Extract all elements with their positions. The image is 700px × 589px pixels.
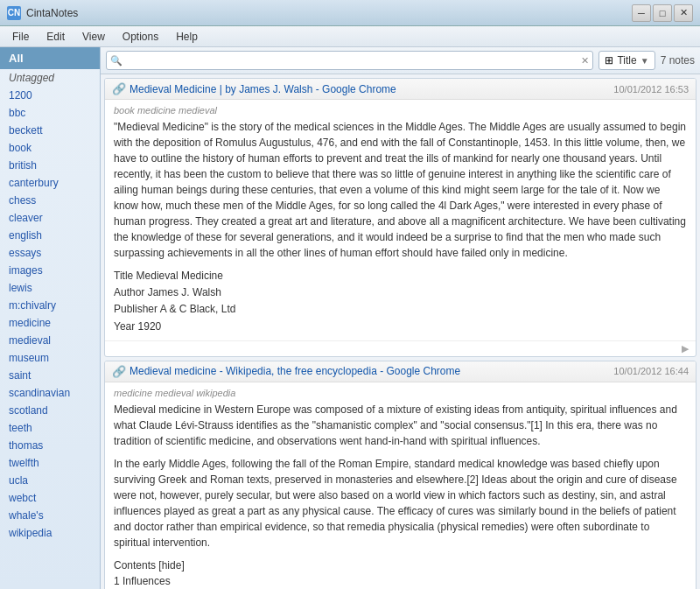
app-icon: CN [7,6,21,20]
sidebar-item-1200[interactable]: 1200 [0,87,100,104]
note-expand-icon-1[interactable]: ▶ [682,343,689,354]
note-title-2[interactable]: Medieval medicine - Wikipedia, the free … [130,365,460,377]
sidebar-item-canterbury[interactable]: canterbury [0,174,100,192]
note-date-2: 10/01/2012 16:44 [613,366,689,376]
sidebar-item-british[interactable]: british [0,157,100,174]
sidebar: All Untagged 1200 bbc beckett book briti… [0,47,101,589]
sidebar-item-cleaver[interactable]: cleaver [0,209,100,227]
sidebar-item-wikipedia[interactable]: wikipedia [0,524,100,542]
sidebar-item-medicine[interactable]: medicine [0,314,100,332]
note-text-1: "Medieval Medicine" is the story of the … [114,119,687,261]
note-header-2: 🔗 Medieval medicine - Wikipedia, the fre… [105,361,696,382]
close-button[interactable]: ✕ [674,4,693,22]
search-input[interactable] [125,54,581,67]
sidebar-item-beckett[interactable]: beckett [0,122,100,139]
note-tags-2: medicine medieval wikipedia [114,388,687,398]
note-icon-2: 🔗 [112,365,126,378]
note-text2-p1: Medieval medicine in Western Europe was … [114,402,687,449]
minimize-button[interactable]: ─ [632,4,651,22]
note-text2-p2: In the early Middle Ages, following the … [114,456,687,550]
window-title: CintaNotes [26,7,78,19]
sidebar-item-twelfth[interactable]: twelfth [0,454,100,472]
sort-arrow-icon: ▼ [640,56,649,66]
sidebar-item-bbc[interactable]: bbc [0,104,100,122]
menu-view[interactable]: View [74,28,114,46]
sidebar-item-medieval[interactable]: medieval [0,332,100,349]
search-icon: 🔍 [110,55,122,67]
sort-label: Title [617,54,636,67]
sidebar-item-ucla[interactable]: ucla [0,472,100,489]
note-card-1: 🔗 Medieval Medicine | by James J. Walsh … [104,78,696,357]
menu-bar: File Edit View Options Help [0,26,700,47]
note-card-2: 🔗 Medieval medicine - Wikipedia, the fre… [104,361,696,589]
note-footer-1: ▶ [105,340,696,356]
sidebar-item-scandinavian[interactable]: scandinavian [0,384,100,402]
menu-help[interactable]: Help [167,28,206,46]
sidebar-item-images[interactable]: images [0,262,100,279]
search-clear-icon[interactable]: ✕ [581,55,589,67]
sidebar-item-museum[interactable]: museum [0,349,100,367]
sort-icon: ⊞ [605,54,613,67]
sidebar-item-teeth[interactable]: teeth [0,419,100,437]
notes-count: 7 notes [661,54,695,67]
sidebar-item-essays[interactable]: essays [0,244,100,262]
main-layout: All Untagged 1200 bbc beckett book briti… [0,47,700,589]
sidebar-item-mchivalry[interactable]: m:chivalry [0,297,100,314]
note-date-1: 10/01/2012 16:53 [613,84,689,95]
window-controls: ─ □ ✕ [632,4,693,22]
note-body-2: medicine medieval wikipedia Medieval med… [105,382,696,589]
sidebar-item-book[interactable]: book [0,139,100,157]
note-title-1[interactable]: Medieval Medicine | by James J. Walsh - … [130,83,396,95]
note-header-1: 🔗 Medieval Medicine | by James J. Walsh … [105,79,696,100]
sidebar-item-saint[interactable]: saint [0,367,100,384]
sidebar-item-chess[interactable]: chess [0,192,100,209]
menu-file[interactable]: File [4,28,38,46]
sidebar-all[interactable]: All [0,47,100,69]
note-text2-contents: Contents [hide] 1 Influences 2 The medie… [114,557,687,589]
note-icon-1: 🔗 [112,82,126,95]
title-bar: CN CintaNotes ─ □ ✕ [0,0,700,26]
notes-list: 🔗 Medieval Medicine | by James J. Walsh … [101,74,700,589]
sidebar-untagged[interactable]: Untagged [0,69,100,87]
sidebar-item-scotland[interactable]: scotland [0,402,100,419]
note-tags-1: book medicine medieval [114,105,687,116]
content-area: 🔍 ✕ ⊞ Title ▼ 7 notes 🔗 Medieval Medicin… [101,47,700,589]
toolbar: 🔍 ✕ ⊞ Title ▼ 7 notes [101,47,700,74]
sidebar-item-lewis[interactable]: lewis [0,279,100,297]
sort-control[interactable]: ⊞ Title ▼ [598,51,654,70]
menu-options[interactable]: Options [114,28,167,46]
sidebar-item-whales[interactable]: whale's [0,507,100,524]
note-meta-1: Title Medieval Medicine Author James J. … [114,268,687,335]
note-body-1: book medicine medieval "Medieval Medicin… [105,100,696,340]
maximize-button[interactable]: □ [653,4,672,22]
sidebar-item-thomas[interactable]: thomas [0,437,100,454]
sidebar-item-webct[interactable]: webct [0,489,100,507]
menu-edit[interactable]: Edit [38,28,74,46]
sidebar-item-english[interactable]: english [0,227,100,244]
search-box[interactable]: 🔍 ✕ [106,51,593,70]
